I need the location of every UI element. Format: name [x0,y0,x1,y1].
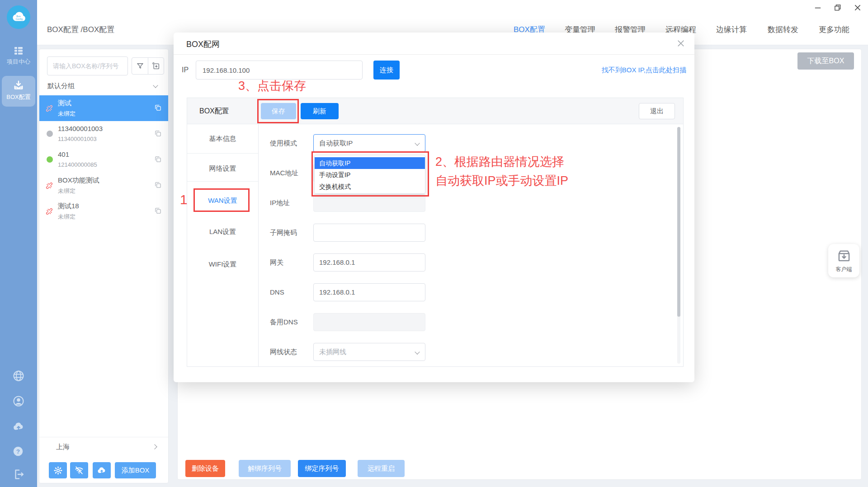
unbind-serial-button[interactable]: 解绑序列号 [239,460,291,477]
backup-dns-label: 备用DNS [270,313,298,331]
exit-icon[interactable] [12,468,25,481]
cloud-sync-button[interactable] [93,462,111,478]
dialog-close-icon[interactable] [676,39,685,48]
tab-basic-info[interactable]: 基本信息 [187,131,258,146]
dropdown-option-manual-ip[interactable]: 手动设置IP [315,169,425,181]
device-row[interactable]: 测试18 未绑定 [39,198,168,224]
sidebar-item-box-config[interactable]: BOX配置 [2,76,35,107]
broken-link-icon [45,104,53,112]
device-row[interactable]: 测试 未绑定 [39,95,168,121]
nav-data-forwarding[interactable]: 数据转发 [768,24,798,35]
download-to-box-button[interactable]: 下载至BOX [797,52,854,70]
remote-reboot-button[interactable]: 远程重启 [358,460,405,477]
wifi-config-button[interactable] [70,462,88,478]
mode-select[interactable]: 自动获取IP [313,134,425,152]
scan-link[interactable]: 找不到BOX IP,点击此处扫描 [602,61,686,80]
device-name: 113400001003 [58,125,103,132]
panel-header: BOX配置 保存 刷新 退出 [187,98,683,124]
ip-label: IP [182,61,189,80]
cable-status-select[interactable]: 未插网线 [313,343,425,361]
gateway-label: 网关 [270,253,283,272]
filter-icon[interactable] [132,58,148,74]
tab-divider [187,153,258,154]
ip-input[interactable] [196,61,363,80]
save-button[interactable]: 保存 [261,103,296,119]
dns-input[interactable]: 192.168.0.1 [313,283,425,301]
ip-address-input [313,194,425,212]
nav-edge-computing[interactable]: 边缘计算 [716,24,747,35]
restore-icon[interactable] [834,4,842,12]
dropdown-option-auto-ip[interactable]: 自动获取IP [315,157,425,169]
gateway-input[interactable]: 192.168.0.1 [313,253,425,272]
group-label: 默认分组 [47,82,75,90]
chevron-down-icon [153,83,158,88]
device-row[interactable]: BOX功能测试 未绑定 [39,173,168,198]
annotation-step2-line1: 2、根据路由器情况选择 [435,152,568,171]
user-icon[interactable] [12,395,25,407]
search-input[interactable] [47,56,128,75]
copy-icon[interactable] [154,104,162,112]
bind-serial-button[interactable]: 绑定序列号 [298,460,346,477]
scrollbar-thumb[interactable] [677,127,680,317]
settings-button[interactable] [49,462,67,478]
annotation-step2-line2: 自动获取IP或手动设置IP [435,171,568,190]
tab-lan-settings[interactable]: LAN设置 [187,224,258,239]
tab-wan-settings[interactable]: WAN设置 [187,193,258,208]
scrollbar-track[interactable] [677,127,680,364]
connect-button[interactable]: 连接 [373,61,400,80]
device-list-panel: 默认分组 测试 未绑定 113400001003 113400001003 [39,49,169,483]
annotation-step3: 3、点击保存 [238,78,306,94]
sidebar-item-project-center[interactable]: 项目中心 [2,42,35,70]
group-footer-shanghai[interactable]: 上海 [39,437,168,457]
group-header-default[interactable]: 默认分组 [39,77,168,95]
nav-more-functions[interactable]: 更多功能 [819,24,849,35]
svg-text:?: ? [16,448,20,455]
cloud-upload-icon [97,465,107,475]
tab-network-settings[interactable]: 网络设置 [187,161,258,176]
add-group-icon[interactable] [148,58,164,74]
cable-status-label: 网线状态 [270,343,297,361]
device-row[interactable]: 113400001003 113400001003 [39,121,168,147]
chevron-down-icon [415,140,420,145]
breadcrumb: BOX配置 /BOX配置 [47,24,114,35]
settings-tab-column: 基本信息 网络设置 WAN设置 LAN设置 WIFI设置 [187,124,259,367]
cloud-logo-icon: Box Config [9,10,28,24]
panel-title: BOX配置 [199,98,229,124]
dropdown-option-switch-mode[interactable]: 交换机模式 [315,181,425,192]
subnet-mask-input[interactable] [313,224,425,242]
mode-label: 使用模式 [270,134,297,152]
wifi-off-icon [74,465,84,475]
sidebar-item-label: BOX配置 [6,94,30,100]
copy-icon[interactable] [154,155,162,164]
device-serial: 113400001003 [58,136,97,142]
cable-status-value: 未插网线 [319,348,346,356]
subnet-mask-label: 子网掩码 [270,224,297,242]
copy-icon[interactable] [154,130,162,138]
svg-text:Config: Config [15,18,23,20]
device-serial: 121400000085 [58,161,97,168]
minimize-icon[interactable] [814,4,822,12]
filter-button-group [132,57,164,75]
device-row[interactable]: 401 121400000085 [39,147,168,173]
close-icon[interactable] [854,4,862,12]
exit-button[interactable]: 退出 [639,103,675,119]
sidebar: Box Config 项目中心 BOX配置 [0,0,37,487]
gear-icon [53,466,63,475]
cloud-upload-icon[interactable] [12,420,25,433]
device-name: 测试 [58,99,71,108]
grid-icon [13,45,24,56]
client-download-float-button[interactable]: 客户端 [828,244,859,277]
app-logo: Box Config [7,5,30,29]
delete-device-button[interactable]: 删除设备 [185,460,225,477]
globe-icon[interactable] [12,370,25,382]
copy-icon[interactable] [154,207,162,215]
dialog-divider [174,54,694,55]
box-config-panel: BOX配置 保存 刷新 退出 基本信息 网络设置 WAN设置 LAN设置 WIF… [187,98,684,367]
add-box-button[interactable]: 添加BOX [115,462,156,478]
copy-icon[interactable] [154,181,162,189]
help-icon[interactable]: ? [12,445,25,458]
device-name: 401 [58,150,69,158]
tab-wifi-settings[interactable]: WIFI设置 [187,257,258,272]
box-network-dialog: BOX配网 IP 连接 找不到BOX IP,点击此处扫描 BOX配置 保存 刷新… [174,33,694,382]
refresh-button[interactable]: 刷新 [301,103,339,119]
